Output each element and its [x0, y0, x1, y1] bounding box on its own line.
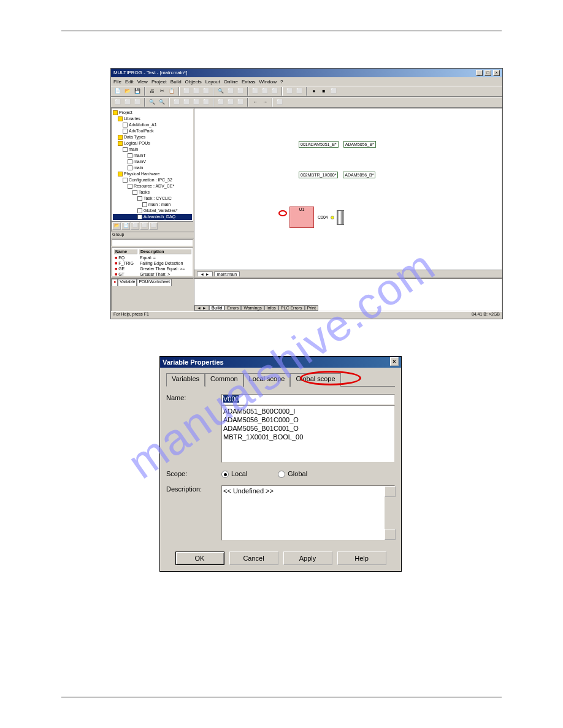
tree-item[interactable]: Data Types: [113, 134, 192, 140]
toolbar-button[interactable]: 📋: [167, 87, 176, 96]
tab-local-scope[interactable]: Local scope: [243, 373, 291, 387]
tab-variables[interactable]: Variables: [166, 373, 205, 387]
toolbar-button[interactable]: ⬜: [270, 87, 279, 96]
menu-build[interactable]: Build: [170, 79, 182, 85]
toolbar-button[interactable]: ⬜: [133, 98, 142, 107]
help-button[interactable]: Help: [337, 552, 386, 565]
function-block[interactable]: U1: [289, 207, 314, 228]
tab-common[interactable]: Common: [205, 373, 243, 387]
tree-tab-icon[interactable]: ⬜: [149, 222, 158, 230]
scope-local-radio[interactable]: Local: [221, 470, 247, 478]
toolbar-button[interactable]: ⬜: [113, 98, 122, 107]
menu-edit[interactable]: Edit: [125, 79, 134, 85]
list-item[interactable]: ADAM5051_B00C000_I: [223, 407, 393, 415]
cancel-button[interactable]: Cancel: [229, 552, 278, 565]
menu-extras[interactable]: Extras: [242, 79, 256, 85]
fb-output[interactable]: ADAM5056_B*: [343, 172, 375, 178]
list-item[interactable]: ADAM5056_B01C000_O: [223, 415, 393, 424]
toolbar-button[interactable]: →: [261, 98, 269, 107]
tab-build[interactable]: Build: [209, 305, 225, 311]
tab-pou[interactable]: POU/Worksheet: [137, 279, 171, 286]
list-item[interactable]: MBTR_1X0001_BOOL_00: [223, 433, 393, 441]
tab-plcerrors[interactable]: PLC Errors: [278, 305, 305, 311]
toolbar-button[interactable]: ✂: [158, 87, 166, 96]
toolbar-button[interactable]: ⬜: [182, 87, 191, 96]
tree-item[interactable]: main : main: [113, 202, 192, 208]
fb-input[interactable]: 001ADAM5051_B*: [299, 141, 339, 148]
description-textarea[interactable]: << Undefined >>: [221, 485, 395, 540]
name-listbox[interactable]: ADAM5051_B00C000_I ADAM5056_B01C000_O AD…: [221, 405, 395, 463]
toolbar-button[interactable]: 🔍: [158, 98, 166, 107]
toolbar-button[interactable]: ⬜: [236, 87, 245, 96]
toolbar-button[interactable]: ⬜: [192, 98, 201, 107]
toolbar-button[interactable]: ⬜: [329, 87, 338, 96]
tree-item[interactable]: Tasks: [113, 189, 192, 195]
list-item[interactable]: ADAM5056_B01C001_O: [223, 424, 393, 433]
toolbar-button[interactable]: 🔍: [148, 98, 156, 107]
minimize-icon[interactable]: _: [476, 70, 483, 76]
menu-view[interactable]: View: [137, 79, 148, 85]
toolbar-button[interactable]: ⬜: [236, 98, 245, 107]
table-row[interactable]: ■ F_TRIGFalling Edge Detection: [113, 261, 191, 265]
tree-item[interactable]: Resource : ADV_CE*: [113, 183, 192, 189]
toolbar-button[interactable]: 🖨: [148, 87, 156, 96]
tree-tab-icon[interactable]: 📄: [121, 222, 130, 230]
table-row[interactable]: ■ GTGreater Than: >: [113, 272, 191, 276]
toolbar-button[interactable]: ⬜: [172, 98, 181, 107]
tab-errors[interactable]: Errors: [224, 305, 241, 311]
tree-item[interactable]: Physical Hardware: [113, 171, 192, 177]
toolbar-button[interactable]: 🔍: [216, 87, 225, 96]
menu-window[interactable]: Window: [259, 79, 277, 85]
toolbar-button[interactable]: ⬜: [182, 98, 191, 107]
name-input[interactable]: V000: [221, 394, 395, 405]
tree-item[interactable]: main: [113, 146, 192, 153]
tree-item[interactable]: mainT: [113, 153, 192, 159]
toolbar-button[interactable]: ⬜: [295, 87, 304, 96]
menu-online[interactable]: Online: [224, 79, 238, 85]
toolbar-button[interactable]: 📂: [123, 87, 132, 96]
tab-print[interactable]: Print: [305, 305, 318, 311]
toolbar-button[interactable]: ⬜: [261, 87, 269, 96]
canvas-tab[interactable]: main:main: [214, 271, 240, 276]
tree-tab-icon[interactable]: ⬜: [131, 222, 139, 230]
tab-variable[interactable]: Variable: [118, 279, 137, 286]
col-name[interactable]: Name: [113, 249, 137, 254]
tree-item[interactable]: AdvToolPack: [113, 128, 192, 134]
tab-warnings[interactable]: Warnings: [241, 305, 264, 311]
tree-item[interactable]: main: [113, 165, 192, 171]
toolbar-button[interactable]: ⬜: [226, 98, 235, 107]
tree-item[interactable]: Advantech_DAQ: [113, 214, 192, 220]
project-tree[interactable]: Project LibrariesAdvMotion_A1AdvToolPack…: [112, 108, 193, 221]
tree-tab-icon[interactable]: ⬜: [140, 222, 148, 230]
tab-infos[interactable]: Infos: [264, 305, 278, 311]
toolbar-button[interactable]: 💾: [133, 87, 142, 96]
toolbar-button[interactable]: ●: [310, 87, 318, 96]
toolbar-button[interactable]: ⬜: [226, 87, 235, 96]
group-list[interactable]: NameDescription ■ EQEqual: =■ F_TRIGFall…: [112, 247, 193, 276]
tree-item[interactable]: Task : CYCLIC: [113, 195, 192, 202]
col-desc[interactable]: Description: [139, 249, 191, 254]
toolbar-button[interactable]: ⬜: [275, 98, 284, 107]
fb-input[interactable]: 002MBTR_1X000*: [299, 172, 338, 178]
tree-item[interactable]: mainV: [113, 159, 192, 165]
fb-output[interactable]: ADAM5056_B*: [343, 141, 376, 148]
apply-button[interactable]: Apply: [283, 552, 332, 565]
table-row[interactable]: ■ EQEqual: =: [113, 256, 191, 260]
toolbar-button[interactable]: ⬜: [251, 87, 259, 96]
menu-file[interactable]: File: [113, 79, 121, 85]
ok-button[interactable]: OK: [175, 552, 224, 565]
tree-item[interactable]: Global_Variables*: [113, 208, 192, 214]
menu-objects[interactable]: Objects: [185, 79, 202, 85]
tree-item[interactable]: Logical POUs: [113, 140, 192, 146]
menu-layout[interactable]: Layout: [205, 79, 220, 85]
table-row[interactable]: ■ GEGreater Than Equal: >=: [113, 267, 191, 271]
toolbar-button[interactable]: ⬜: [192, 87, 201, 96]
toolbar-button[interactable]: ⬜: [202, 98, 210, 107]
menu-help[interactable]: ?: [280, 79, 283, 85]
toolbar-button[interactable]: ⬜: [285, 87, 294, 96]
toolbar-button[interactable]: ■: [320, 87, 328, 96]
toolbar-button[interactable]: ←: [251, 98, 259, 107]
group-dropdown[interactable]: [112, 239, 193, 246]
canvas[interactable]: 001ADAM5051_B* ADAM5056_B* 002MBTR_1X000…: [194, 108, 502, 278]
toolbar-button[interactable]: ⬜: [202, 87, 210, 96]
